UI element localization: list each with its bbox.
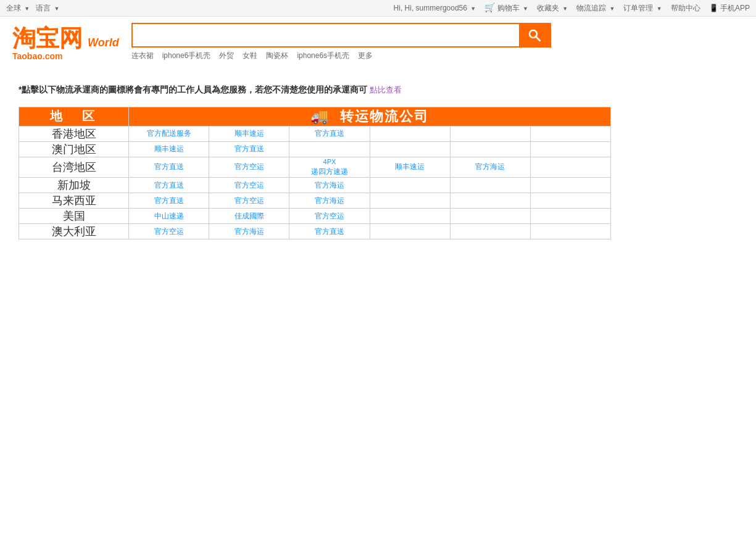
orders-link[interactable]: 订单管理 ▼ <box>623 3 662 14</box>
suggestion-2[interactable]: 外贸 <box>219 51 234 61</box>
service-cell-1-3 <box>370 141 450 157</box>
service-cell-2-2: 4PX递四方速递 <box>289 157 370 177</box>
service-cell-2-0: 官方直送 <box>129 157 209 177</box>
search-box <box>131 23 551 48</box>
service-cell-4-4 <box>450 193 530 208</box>
cart-dropdown-arrow: ▼ <box>523 6 528 12</box>
service-link-0-0[interactable]: 官方配送服务 <box>129 128 209 139</box>
table-row: 马来西亚官方直送官方空运官方海运 <box>19 193 611 208</box>
service-cell-4-0: 官方直送 <box>129 193 209 208</box>
user-dropdown-arrow: ▼ <box>470 6 476 12</box>
service-link-0-1[interactable]: 顺丰速运 <box>209 128 289 139</box>
logo-area: 淘宝网 World Taobao.com <box>12 27 119 61</box>
service-cell-5-3 <box>370 208 450 223</box>
global-selector[interactable]: 全球 ▼ <box>6 3 30 14</box>
table-row: 新加坡官方直送官方空运官方海运 <box>19 177 611 193</box>
service-cell-2-4: 官方海运 <box>450 157 530 177</box>
service-link-6-2[interactable]: 官方直送 <box>289 226 369 237</box>
region-cell-1: 澳门地区 <box>19 141 129 157</box>
service-link-2-3[interactable]: 顺丰速运 <box>370 162 450 172</box>
service-cell-5-0: 中山速递 <box>129 208 209 223</box>
region-cell-6: 澳大利亚 <box>19 223 129 239</box>
favorites-link[interactable]: 收藏夹 ▼ <box>537 3 568 14</box>
service-cell-6-0: 官方空运 <box>129 223 209 239</box>
suggestion-0[interactable]: 连衣裙 <box>131 51 154 61</box>
region-cell-2: 台湾地区 <box>19 157 129 177</box>
main-content: *點擊以下物流承運商的圖標將會有專門的工作人員為您服務，若您不清楚您使用的承運商… <box>0 70 756 252</box>
service-link-4-0[interactable]: 官方直送 <box>129 196 209 206</box>
suggestion-1[interactable]: iphone6手机壳 <box>162 51 211 61</box>
suggestion-5[interactable]: iphone6s手机壳 <box>297 51 349 61</box>
region-cell-3: 新加坡 <box>19 177 129 193</box>
header: 淘宝网 World Taobao.com 连衣裙 iphone6手机壳 外贸 女… <box>0 17 756 70</box>
service-cell-3-3 <box>370 177 450 193</box>
service-cell-1-5 <box>530 141 610 157</box>
service-cell-0-2: 官方直送 <box>289 126 370 141</box>
service-cell-5-4 <box>450 208 530 223</box>
search-icon <box>528 29 541 41</box>
service-link-2-2[interactable]: 4PX递四方速递 <box>289 157 369 177</box>
table-row: 台湾地区官方直送官方空运4PX递四方速递顺丰速运官方海运 <box>19 157 611 177</box>
service-link-3-2[interactable]: 官方海运 <box>289 180 369 191</box>
logo-en[interactable]: Taobao.com <box>12 51 119 61</box>
service-cell-5-2: 官方空运 <box>289 208 370 223</box>
header-logistics: 🚚 转运物流公司 <box>129 107 611 126</box>
service-cell-6-2: 官方直送 <box>289 223 370 239</box>
app-link[interactable]: 📱 手机APP <box>709 3 750 14</box>
search-area: 连衣裙 iphone6手机壳 外贸 女鞋 陶瓷杯 iphone6s手机壳 更多 <box>131 23 551 64</box>
phone-icon: 📱 <box>709 4 718 12</box>
service-link-4-1[interactable]: 官方空运 <box>209 196 289 206</box>
service-cell-5-5 <box>530 208 610 223</box>
top-nav-left: 全球 ▼ 语言 ▼ <box>6 3 60 14</box>
language-dropdown-arrow: ▼ <box>54 6 60 12</box>
service-cell-1-4 <box>450 141 530 157</box>
service-link-3-0[interactable]: 官方直送 <box>129 180 209 191</box>
service-link-4-2[interactable]: 官方海运 <box>289 196 369 206</box>
service-cell-2-3: 顺丰速运 <box>370 157 450 177</box>
language-selector[interactable]: 语言 ▼ <box>36 3 59 14</box>
service-link-6-1[interactable]: 官方海运 <box>209 226 289 237</box>
service-link-2-0[interactable]: 官方直送 <box>129 162 209 172</box>
service-cell-6-1: 官方海运 <box>209 223 289 239</box>
service-cell-4-3 <box>370 193 450 208</box>
notice-link[interactable]: 點比查看 <box>370 85 402 94</box>
service-link-2-1[interactable]: 官方空运 <box>209 162 289 172</box>
table-row: 澳门地区顺丰速运官方直送 <box>19 141 611 157</box>
cart-link[interactable]: 🛒 购物车 ▼ <box>484 2 528 14</box>
service-cell-4-5 <box>530 193 610 208</box>
logo-world: World <box>88 36 119 49</box>
table-row: 香港地区官方配送服务顺丰速运官方直送 <box>19 126 611 141</box>
search-input[interactable] <box>133 24 519 46</box>
service-link-2-4[interactable]: 官方海运 <box>451 162 530 172</box>
service-link-1-1[interactable]: 官方直送 <box>209 144 289 154</box>
suggestion-4[interactable]: 陶瓷杯 <box>266 51 288 61</box>
tracking-link[interactable]: 物流追踪 ▼ <box>576 3 615 14</box>
service-cell-6-4 <box>450 223 530 239</box>
service-cell-4-1: 官方空运 <box>209 193 289 208</box>
service-cell-1-2 <box>289 141 370 157</box>
table-row: 美国中山速递佳成國際官方空运 <box>19 208 611 223</box>
favorites-dropdown-arrow: ▼ <box>562 6 568 12</box>
service-link-5-1[interactable]: 佳成國際 <box>209 211 289 222</box>
notice-text: *點擊以下物流承運商的圖標將會有專門的工作人員為您服務，若您不清楚您使用的承運商… <box>19 85 367 94</box>
service-link-5-0[interactable]: 中山速递 <box>129 211 209 222</box>
service-link-6-0[interactable]: 官方空运 <box>129 226 209 237</box>
cart-icon: 🛒 <box>484 2 495 12</box>
service-cell-3-5 <box>530 177 610 193</box>
suggestion-3[interactable]: 女鞋 <box>243 51 257 61</box>
suggestion-6[interactable]: 更多 <box>358 51 373 61</box>
table-header-row: 地 区 🚚 转运物流公司 <box>19 107 611 126</box>
service-link-0-2[interactable]: 官方直送 <box>289 128 369 139</box>
service-link-1-0[interactable]: 顺丰速运 <box>129 144 209 154</box>
help-link[interactable]: 帮助中心 <box>671 3 700 14</box>
service-cell-0-3 <box>370 126 450 141</box>
service-link-3-1[interactable]: 官方空运 <box>209 180 289 191</box>
search-button[interactable] <box>519 24 550 46</box>
service-cell-3-1: 官方空运 <box>209 177 289 193</box>
search-suggestions: 连衣裙 iphone6手机壳 外贸 女鞋 陶瓷杯 iphone6s手机壳 更多 <box>131 48 551 64</box>
service-cell-1-0: 顺丰速运 <box>129 141 209 157</box>
service-cell-3-2: 官方海运 <box>289 177 370 193</box>
service-cell-0-1: 顺丰速运 <box>209 126 289 141</box>
service-link-5-2[interactable]: 官方空运 <box>289 211 369 222</box>
logo-chinese[interactable]: 淘宝网 <box>12 27 83 50</box>
